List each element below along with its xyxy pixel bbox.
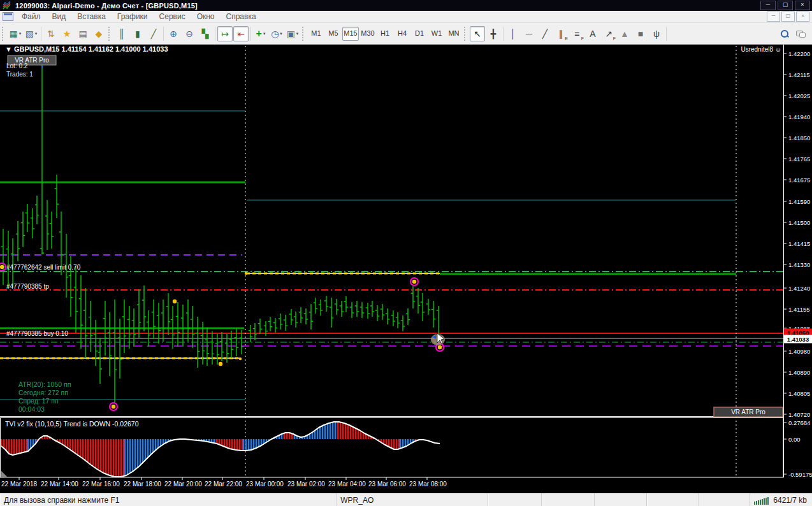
toolbar-grip — [108, 27, 112, 41]
tile-windows-button[interactable]: ▚ — [198, 26, 213, 41]
menu-item-окно[interactable]: Окно — [191, 12, 221, 21]
profiles-icon: ▧ — [25, 29, 34, 38]
navigator-button[interactable]: ★ — [59, 26, 75, 41]
tvi-bar — [322, 426, 324, 439]
menu-item-файл[interactable]: Файл — [16, 12, 47, 21]
periods-button[interactable]: ◷▾ — [269, 26, 284, 41]
timeframe-h1-button[interactable]: H1 — [377, 27, 393, 41]
price-axis-label: 1.41940 — [788, 113, 810, 120]
trendline-button[interactable]: ╱ — [537, 26, 553, 41]
auto-scroll-icon: ↦ — [221, 29, 229, 38]
status-cell-empty — [699, 493, 750, 506]
tvi-bar — [80, 439, 82, 457]
tvi-bar — [16, 439, 18, 454]
arrows-button[interactable]: ↗F — [601, 26, 616, 41]
menu-item-сервис[interactable]: Сервис — [154, 12, 191, 21]
minimize-button[interactable]: ─ — [760, 1, 776, 10]
timeframe-d1-button[interactable]: D1 — [411, 27, 428, 41]
time-axis-label: 22 Mar 16:00 — [82, 481, 120, 488]
menu-item-графики[interactable]: Графики — [112, 12, 154, 21]
restore-button[interactable]: ▢ — [778, 1, 793, 10]
chart-region[interactable]: 1.422001.421151.420251.419401.418501.417… — [0, 45, 812, 493]
market-watch-button[interactable]: ⇅ — [43, 26, 59, 41]
menu-item-вид[interactable]: Вид — [47, 12, 72, 21]
price-axis-label: 1.40720 — [788, 411, 810, 418]
chart-shift-button[interactable]: ⇤ — [233, 26, 249, 41]
rectangle-button[interactable]: ■ — [633, 26, 648, 41]
tvi-bar — [355, 428, 357, 439]
tvi-bar — [108, 439, 110, 475]
tvi-bar — [13, 439, 15, 455]
bar-chart-button[interactable]: ║ — [114, 26, 129, 41]
dropdown-arrow-icon: ▾ — [280, 31, 282, 36]
new-chart-button[interactable]: ▦▾ — [8, 26, 23, 41]
profiles-button[interactable]: ▧▾ — [24, 26, 39, 41]
equidistant-channel-button[interactable]: ∥E — [553, 26, 569, 41]
atr-info-line: ATR(20): 1050 пп — [18, 380, 71, 388]
cursor-icon: ↖ — [474, 29, 481, 38]
sell-marker-tick — [41, 66, 43, 68]
timeframe-mn-button[interactable]: MN — [446, 27, 462, 41]
chat-button[interactable] — [793, 26, 808, 41]
mt4-logo-icon — [1, 1, 13, 10]
close-button[interactable]: × — [795, 1, 810, 10]
tvi-bar — [256, 439, 257, 448]
cursor-button[interactable]: ↖ — [470, 26, 485, 41]
tvi-bar — [157, 439, 159, 448]
auto-scroll-button[interactable]: ↦ — [217, 26, 233, 41]
terminal-button[interactable]: ▤ — [75, 26, 91, 41]
vertical-line-button[interactable]: │ — [505, 26, 521, 41]
tvi-bar — [350, 426, 352, 439]
toolbar-group — [777, 26, 808, 41]
menu-item-вставка[interactable]: Вставка — [71, 12, 112, 21]
child-minimize-button[interactable]: ─ — [767, 11, 780, 22]
fibonacci-icon: ≡ — [574, 29, 579, 38]
timeframe-m5-button[interactable]: M5 — [325, 27, 342, 41]
zoom-in-button[interactable]: ⊕ — [166, 26, 181, 41]
dropdown-arrow-icon: ▾ — [19, 31, 22, 36]
line-chart-button[interactable]: ╱ — [146, 26, 161, 41]
tvi-bar — [236, 439, 238, 450]
templates-button[interactable]: ▣▾ — [285, 26, 300, 41]
price-chart[interactable]: 1.422001.421151.420251.419401.418501.417… — [0, 45, 812, 493]
tvi-bar — [142, 439, 144, 463]
zoom-out-button[interactable]: ⊖ — [182, 26, 197, 41]
toolbar-group: ⇅★▤◆ — [43, 26, 106, 41]
tvi-bar — [342, 423, 344, 440]
crosshair-icon: ╋ — [491, 29, 496, 38]
menu-items: ФайлВидВставкаГрафикиСервисОкноСправка — [16, 12, 262, 21]
tvi-bar — [67, 439, 69, 448]
tvi-bar — [6, 439, 8, 451]
pitchfork-button[interactable]: ψ — [649, 26, 664, 41]
text-button[interactable]: A — [585, 26, 600, 41]
candlestick-button[interactable]: ▮ — [130, 26, 145, 41]
crosshair-button[interactable]: ╋ — [486, 26, 501, 41]
fibonacci-button[interactable]: ≡F — [569, 26, 584, 41]
child-restore-button[interactable]: ▢ — [781, 11, 795, 22]
toolbar-separator — [666, 27, 667, 41]
tvi-bar — [239, 439, 241, 451]
timeframe-m1-button[interactable]: M1 — [308, 27, 324, 41]
tvi-bar — [24, 439, 25, 452]
new-order-button[interactable]: ◆ — [91, 26, 106, 41]
menu-item-справка[interactable]: Справка — [221, 12, 262, 21]
timeframe-m15-button[interactable]: M15 — [342, 27, 359, 41]
price-axis-label: 1.40805 — [788, 390, 810, 397]
time-axis-label: 23 Mar 06:00 — [368, 481, 406, 488]
tvi-bar — [82, 439, 84, 459]
atr-info-line: Спред: 17 пп — [18, 397, 59, 405]
timeframe-h4-button[interactable]: H4 — [394, 27, 410, 41]
magnifier-button[interactable] — [777, 26, 792, 41]
horizontal-line-button[interactable]: ─ — [521, 26, 537, 41]
timeframe-w1-button[interactable]: W1 — [428, 27, 445, 41]
child-close-button[interactable]: × — [796, 11, 809, 22]
tvi-bar — [388, 439, 390, 447]
vr-atr-pro-bottom-label: VR ATR Pro — [731, 408, 765, 416]
indicators-button[interactable]: +▾ — [253, 26, 268, 41]
tvi-bar — [324, 424, 326, 439]
time-axis-label: 22 Mar 14:00 — [41, 481, 78, 488]
chart-window-icon[interactable] — [3, 12, 13, 21]
timeframe-m30-button[interactable]: M30 — [359, 27, 376, 41]
triangle-icon: ▲ — [620, 29, 629, 38]
triangle-button[interactable]: ▲ — [617, 26, 632, 41]
